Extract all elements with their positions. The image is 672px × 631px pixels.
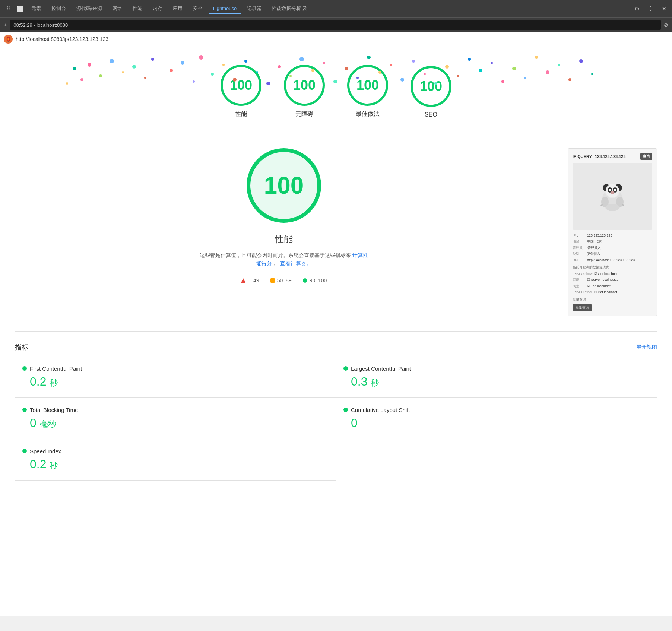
svg-point-7 bbox=[151, 58, 154, 61]
metric-fcp-unit: 秒 bbox=[50, 378, 58, 387]
form-row-0: IPINFO.show ☑ Get localhost... bbox=[573, 271, 652, 276]
devtools-icon[interactable]: ⠿ bbox=[3, 3, 13, 14]
svg-point-22 bbox=[299, 57, 304, 61]
score-circle-best-practices: 100 bbox=[347, 65, 388, 106]
svg-point-6 bbox=[144, 77, 146, 79]
bulk-query-button[interactable]: 批量查询 bbox=[573, 304, 592, 311]
score-circle-seo: 100 bbox=[411, 66, 451, 107]
inspect-icon[interactable]: ⬜ bbox=[15, 3, 25, 14]
form-value-0: ☑ Get localhost... bbox=[594, 271, 621, 276]
score-label-best-practices: 最佳做法 bbox=[356, 110, 380, 118]
svg-point-8 bbox=[73, 67, 76, 70]
svg-point-31 bbox=[400, 78, 404, 82]
tab-elements[interactable]: 元素 bbox=[27, 3, 45, 14]
performance-title: 性能 bbox=[275, 233, 293, 245]
metric-si-number: 0.2 bbox=[30, 457, 46, 471]
form-row-2: 淘宝： ☑ Tap localhost... bbox=[573, 283, 652, 289]
svg-point-40 bbox=[501, 80, 504, 83]
query-button[interactable]: 查询 bbox=[640, 153, 652, 160]
browser-window: ⠿ ⬜ 元素 控制台 源代码/来源 网络 性能 内存 应用 安全 Lightho… bbox=[0, 0, 672, 616]
tab-perf-insights[interactable]: 性能数据分析 及 bbox=[267, 3, 312, 14]
legend-orange: 50–89 bbox=[270, 278, 292, 283]
tab-memory[interactable]: 内存 bbox=[148, 3, 167, 14]
main-score-circle: 100 bbox=[247, 148, 321, 223]
screenshot-preview: IP QUERY 123.123.123.123 查询 bbox=[568, 148, 657, 316]
favicon-bar: 🏮 http://localhost:8080/ip/123.123.123.1… bbox=[0, 32, 672, 46]
bulk-query-label: 批量查询 bbox=[573, 297, 652, 302]
metric-lcp: Largest Contentful Paint 0.3 秒 bbox=[336, 356, 657, 398]
field-label-admin: 管理员： bbox=[573, 245, 586, 250]
favicon: 🏮 bbox=[4, 35, 13, 44]
metric-si: Speed Index 0.2 秒 bbox=[15, 439, 336, 481]
metric-tbt-unit: 毫秒 bbox=[40, 419, 56, 429]
svg-point-3 bbox=[122, 71, 124, 73]
form-label-0: IPINFO.show bbox=[573, 271, 593, 276]
tab-sources[interactable]: 源代码/来源 bbox=[72, 3, 107, 14]
desc-prefix: 这些都是估算值，且可能会因时而异。系统会直接基于这些指标来 bbox=[200, 252, 351, 258]
ip-query-label: IP QUERY bbox=[573, 154, 592, 159]
svg-point-36 bbox=[457, 75, 459, 77]
metric-fcp-value: 0.2 秒 bbox=[22, 375, 328, 389]
settings-icon[interactable]: ⚙ bbox=[632, 3, 642, 14]
screenshot-fields: IP： 123.123.123.123 地区： 中国 北京 管理员： 管理员入 bbox=[573, 233, 652, 263]
tab-network[interactable]: 网络 bbox=[108, 3, 127, 14]
performance-description: 这些都是估算值，且可能会因时而异。系统会直接基于这些指标来 计算性能得分 。 查… bbox=[198, 251, 370, 268]
metric-lcp-name-row: Largest Contentful Paint bbox=[343, 365, 650, 372]
score-best-practices: 100 最佳做法 bbox=[347, 65, 388, 118]
svg-point-48 bbox=[591, 73, 593, 75]
legend-green-label: 90–100 bbox=[310, 278, 327, 283]
score-label-performance: 性能 bbox=[235, 110, 247, 118]
score-accessibility: 100 无障碍 bbox=[284, 65, 325, 118]
metrics-section: 指标 展开视图 First Contentful Paint 0.2 秒 bbox=[15, 343, 657, 481]
svg-point-19 bbox=[266, 82, 270, 85]
metric-si-label: Speed Index bbox=[30, 448, 61, 454]
svg-point-20 bbox=[278, 65, 281, 68]
ip-query-ip: 123.123.123.123 bbox=[595, 154, 626, 159]
metric-tbt-value: 0 毫秒 bbox=[22, 416, 328, 430]
legend-red: 0–49 bbox=[241, 278, 259, 283]
tab-security[interactable]: 安全 bbox=[188, 3, 207, 14]
svg-point-57 bbox=[609, 189, 611, 191]
tab-application[interactable]: 应用 bbox=[168, 3, 187, 14]
score-legend: 0–49 50–89 90–100 bbox=[241, 278, 327, 283]
top-scores-section: 100 性能 100 无障碍 100 最佳做法 100 SEO bbox=[15, 54, 657, 126]
svg-point-43 bbox=[535, 56, 538, 59]
metric-fcp-label: First Contentful Paint bbox=[30, 365, 82, 372]
svg-point-10 bbox=[170, 69, 173, 72]
svg-point-42 bbox=[524, 77, 526, 79]
address-input[interactable] bbox=[10, 20, 661, 30]
metric-tbt-label: Total Blocking Time bbox=[30, 407, 78, 413]
tab-lighthouse[interactable]: Lighthouse bbox=[209, 3, 241, 14]
performance-left: 100 性能 这些都是估算值，且可能会因时而异。系统会直接基于这些指标来 计算性… bbox=[15, 148, 553, 287]
metric-cls-name-row: Cumulative Layout Shift bbox=[343, 407, 650, 413]
tab-console[interactable]: 控制台 bbox=[47, 3, 70, 14]
tab-recorder[interactable]: 记录器 bbox=[243, 3, 266, 14]
more-options-icon[interactable]: ⋮ bbox=[645, 3, 656, 14]
svg-point-5 bbox=[132, 65, 136, 69]
metric-fcp-dot bbox=[22, 366, 27, 371]
score-performance: 100 性能 bbox=[221, 65, 261, 118]
score-circle-performance: 100 bbox=[221, 65, 261, 106]
tab-performance[interactable]: 性能 bbox=[128, 3, 147, 14]
field-ip: IP： 123.123.123.123 bbox=[573, 233, 652, 238]
stop-load-icon[interactable]: ⊘ bbox=[664, 22, 668, 28]
field-value-admin: 管理员入 bbox=[587, 245, 601, 250]
new-tab-icon[interactable]: + bbox=[4, 22, 7, 28]
field-label-region: 地区： bbox=[573, 239, 586, 244]
divider-1 bbox=[15, 133, 657, 133]
field-label-type: 类型： bbox=[573, 251, 586, 256]
field-label-url: URL： bbox=[573, 257, 586, 263]
field-value-ip: 123.123.123.123 bbox=[587, 233, 612, 238]
metric-tbt-dot bbox=[22, 408, 27, 412]
svg-point-32 bbox=[412, 60, 415, 63]
metric-fcp-name-row: First Contentful Paint bbox=[22, 365, 328, 372]
calc-link2[interactable]: 查看计算器。 bbox=[280, 260, 311, 266]
circle-green-icon bbox=[303, 278, 307, 283]
lighthouse-content: 100 性能 100 无障碍 100 最佳做法 100 SEO 100 bbox=[0, 46, 672, 616]
page-more-icon[interactable]: ⋮ bbox=[662, 35, 668, 43]
close-devtools-icon[interactable]: ✕ bbox=[659, 3, 669, 14]
expand-view-button[interactable]: 展开视图 bbox=[636, 344, 657, 351]
svg-point-11 bbox=[181, 61, 184, 65]
svg-point-38 bbox=[479, 69, 482, 72]
field-value-region: 中国 北京 bbox=[587, 239, 602, 244]
